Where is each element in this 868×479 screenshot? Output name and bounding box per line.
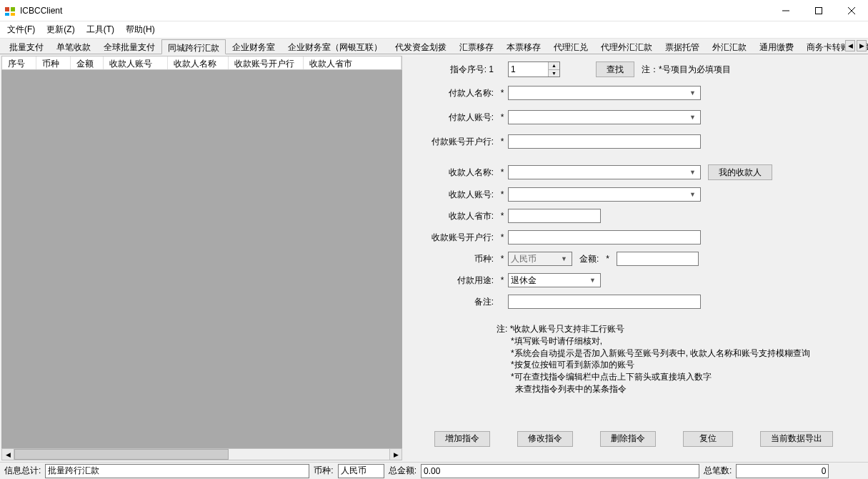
scroll-right-icon[interactable]: ▶ bbox=[389, 449, 401, 460]
status-currency-input[interactable] bbox=[338, 464, 384, 478]
col-amount[interactable]: 金额 bbox=[71, 56, 104, 69]
menubar: 文件(F) 更新(Z) 工具(T) 帮助(H) bbox=[0, 21, 868, 39]
order-seq-value: 1 bbox=[489, 64, 494, 74]
status-currency-label: 币种: bbox=[314, 465, 333, 477]
status-totalamt-input[interactable] bbox=[421, 464, 699, 478]
maximize-button[interactable] bbox=[802, 0, 835, 21]
app-title: ICBCClient bbox=[20, 6, 769, 16]
chevron-down-icon: ▼ bbox=[559, 255, 569, 262]
reset-button[interactable]: 复位 bbox=[683, 431, 733, 447]
titlebar: ICBCClient bbox=[0, 0, 868, 21]
tab-global-batch[interactable]: 全球批量支付 bbox=[97, 39, 161, 54]
payee-acct-combo[interactable]: ▼ bbox=[508, 187, 701, 202]
amount-input[interactable] bbox=[617, 252, 699, 266]
tab-agent-fx[interactable]: 代理外汇汇款 bbox=[594, 39, 659, 54]
payee-prov-label: 收款人省市: bbox=[414, 210, 497, 222]
payee-name-combo[interactable]: ▼ bbox=[508, 165, 701, 179]
order-seq-input[interactable] bbox=[509, 62, 548, 76]
payee-bank-input[interactable] bbox=[508, 230, 701, 245]
notes-label: 注: bbox=[497, 324, 507, 334]
tab-fx-remit[interactable]: 外汇汇款 bbox=[706, 39, 753, 54]
tab-check-transfer[interactable]: 本票移存 bbox=[500, 39, 547, 54]
status-info-label: 信息总计: bbox=[4, 465, 41, 477]
tab-general-fee[interactable]: 通用缴费 bbox=[753, 39, 800, 54]
tabbar: 批量支付 单笔收款 全球批量支付 同城跨行汇款 企业财务室 企业财务室（网银互联… bbox=[0, 39, 868, 54]
svg-rect-2 bbox=[5, 13, 9, 16]
payee-prov-input[interactable] bbox=[508, 209, 601, 223]
left-panel: 序号 币种 金额 收款人账号 收款人名称 收款账号开户行 收款人省市 ◀ ▶ bbox=[0, 54, 404, 462]
minimize-button[interactable] bbox=[769, 0, 802, 21]
status-totalcount-input[interactable] bbox=[736, 464, 829, 478]
tab-draft-transfer[interactable]: 汇票移存 bbox=[453, 39, 500, 54]
my-payees-button[interactable]: 我的收款人 bbox=[708, 164, 772, 180]
col-payee-bank[interactable]: 收款账号开户行 bbox=[229, 56, 304, 69]
payer-name-label: 付款人名称: bbox=[414, 87, 497, 99]
app-icon bbox=[4, 5, 16, 16]
tab-scroll-left[interactable]: ◀ bbox=[845, 40, 855, 51]
delete-button[interactable]: 删除指令 bbox=[600, 431, 656, 447]
horizontal-scrollbar[interactable]: ◀ ▶ bbox=[1, 448, 402, 460]
tab-corp-finance-netbank[interactable]: 企业财务室（网银互联） bbox=[281, 39, 389, 54]
chevron-down-icon: ▼ bbox=[587, 277, 598, 284]
purpose-label: 付款用途: bbox=[414, 275, 497, 287]
col-payee-acct[interactable]: 收款人账号 bbox=[104, 56, 168, 69]
table-header: 序号 币种 金额 收款人账号 收款人名称 收款账号开户行 收款人省市 bbox=[1, 56, 402, 70]
tab-batch-pay[interactable]: 批量支付 bbox=[3, 39, 50, 54]
col-payee-prov[interactable]: 收款人省市 bbox=[304, 56, 401, 69]
search-button[interactable]: 查找 bbox=[596, 61, 634, 77]
order-seq-spinner[interactable]: ▲▼ bbox=[508, 61, 560, 77]
menu-help[interactable]: 帮助(H) bbox=[126, 24, 155, 36]
tab-fund-transfer[interactable]: 代发资金划拨 bbox=[389, 39, 453, 54]
tab-single-collect[interactable]: 单笔收款 bbox=[50, 39, 97, 54]
payer-acct-label: 付款人账号: bbox=[414, 112, 497, 124]
close-button[interactable] bbox=[835, 0, 868, 21]
required-note: 注：*号项目为必填项目 bbox=[642, 64, 731, 76]
spin-up-icon[interactable]: ▲ bbox=[549, 62, 559, 70]
svg-rect-1 bbox=[11, 7, 15, 11]
remark-input[interactable] bbox=[508, 295, 701, 309]
col-currency[interactable]: 币种 bbox=[36, 56, 71, 69]
tab-agent-exchange[interactable]: 代理汇兑 bbox=[547, 39, 594, 54]
scroll-left-icon[interactable]: ◀ bbox=[2, 449, 14, 460]
scroll-thumb[interactable] bbox=[14, 449, 229, 460]
svg-rect-5 bbox=[816, 7, 822, 14]
col-payee-name[interactable]: 收款人名称 bbox=[168, 56, 229, 69]
payee-acct-label: 收款人账号: bbox=[414, 189, 497, 201]
chevron-down-icon: ▼ bbox=[687, 114, 698, 121]
payer-bank-input[interactable] bbox=[508, 134, 701, 149]
order-seq-label: 指令序号: bbox=[450, 64, 487, 74]
status-totalcount-label: 总笔数: bbox=[704, 465, 732, 477]
menu-file[interactable]: 文件(F) bbox=[7, 24, 35, 36]
payee-name-label: 收款人名称: bbox=[414, 167, 497, 179]
tab-scroll-right[interactable]: ▶ bbox=[857, 40, 867, 51]
svg-rect-3 bbox=[11, 13, 15, 16]
svg-rect-0 bbox=[5, 7, 9, 11]
col-seq[interactable]: 序号 bbox=[2, 56, 36, 69]
menu-tools[interactable]: 工具(T) bbox=[86, 24, 114, 36]
payer-acct-combo[interactable]: ▼ bbox=[508, 110, 701, 124]
payee-bank-label: 收款账号开户行: bbox=[414, 232, 497, 244]
form-panel: 指令序号: 1 ▲▼ 查找 注：*号项目为必填项目 付款人名称: * ▼ 付款人… bbox=[404, 54, 868, 462]
payer-name-combo[interactable]: ▼ bbox=[508, 86, 701, 100]
amount-label: 金额: bbox=[579, 253, 599, 265]
menu-update[interactable]: 更新(Z) bbox=[46, 24, 74, 36]
modify-button[interactable]: 修改指令 bbox=[517, 431, 573, 447]
tab-bill-custody[interactable]: 票据托管 bbox=[659, 39, 706, 54]
currency-combo: 人民币▼ bbox=[508, 252, 572, 266]
notes-block: 注: *收款人账号只支持非工行账号 *填写账号时请仔细核对, *系统会自动提示是… bbox=[497, 323, 861, 395]
purpose-select[interactable]: 退休金▼ bbox=[508, 273, 601, 287]
chevron-down-icon: ▼ bbox=[687, 89, 698, 97]
chevron-down-icon: ▼ bbox=[687, 191, 698, 198]
tab-corp-finance[interactable]: 企业财务室 bbox=[226, 39, 281, 54]
chevron-down-icon: ▼ bbox=[687, 169, 698, 176]
table-body bbox=[1, 70, 402, 448]
action-row: 增加指令 修改指令 删除指令 复位 当前数据导出 bbox=[434, 431, 861, 447]
status-totalamt-label: 总金额: bbox=[389, 465, 416, 477]
spin-down-icon[interactable]: ▼ bbox=[549, 70, 559, 77]
tab-local-crossbank[interactable]: 同城跨行汇款 bbox=[161, 39, 226, 54]
status-info-input[interactable] bbox=[45, 464, 309, 478]
remark-label: 备注: bbox=[414, 296, 497, 308]
export-button[interactable]: 当前数据导出 bbox=[760, 431, 833, 447]
statusbar: 信息总计: 币种: 总金额: 总笔数: bbox=[0, 462, 868, 479]
add-button[interactable]: 增加指令 bbox=[434, 431, 490, 447]
